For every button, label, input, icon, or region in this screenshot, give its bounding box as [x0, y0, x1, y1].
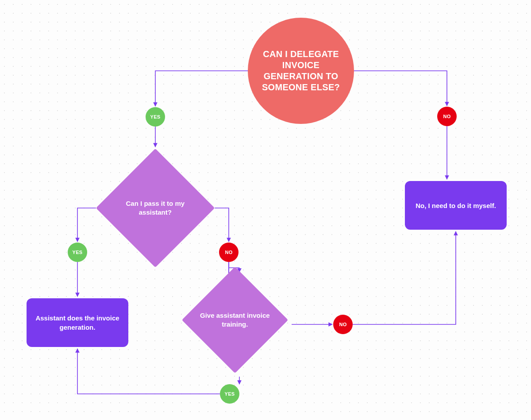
- decision-training-label: Give assistant invoice training.: [200, 311, 270, 329]
- no-from-training-label: NO: [339, 322, 346, 327]
- outcome-assistant-label: Assistant does the invoice generation.: [35, 313, 120, 332]
- yes-from-start-label: YES: [150, 114, 161, 119]
- no-from-start-label: NO: [443, 114, 450, 119]
- outcome-self: No, I need to do it myself.: [405, 181, 507, 230]
- no-from-training: NO: [333, 315, 353, 334]
- no-from-start: NO: [437, 107, 457, 126]
- yes-from-training-label: YES: [225, 391, 235, 397]
- yes-from-assistant-label: YES: [73, 250, 83, 255]
- yes-from-assistant: YES: [68, 243, 87, 262]
- no-from-assistant-label: NO: [225, 250, 232, 255]
- decision-assistant: Can I pass it to my assistant?: [96, 149, 215, 268]
- decision-training: Give assistant invoice training.: [182, 267, 288, 373]
- outcome-self-label: No, I need to do it myself.: [416, 201, 496, 210]
- start-label: CAN I DELEGATE INVOICE GENERATION TO SOM…: [257, 49, 345, 93]
- decision-assistant-label: Can I pass it to my assistant?: [118, 199, 193, 217]
- flowchart-canvas: CAN I DELEGATE INVOICE GENERATION TO SOM…: [0, 0, 531, 420]
- yes-from-start: YES: [146, 107, 165, 127]
- start-node: CAN I DELEGATE INVOICE GENERATION TO SOM…: [248, 18, 354, 124]
- yes-from-training: YES: [220, 384, 239, 404]
- no-from-assistant: NO: [219, 243, 239, 262]
- outcome-assistant: Assistant does the invoice generation.: [27, 298, 128, 347]
- connectors-layer: [0, 0, 531, 420]
